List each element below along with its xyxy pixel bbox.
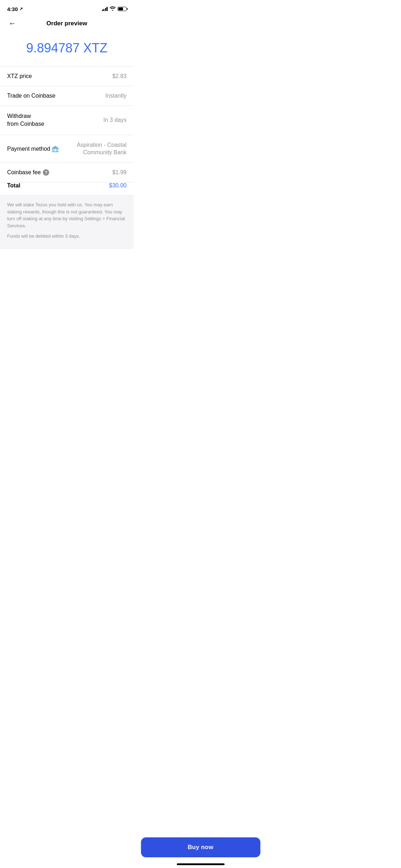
payment-value: Aspiration - Coastal Community Bank — [51, 141, 127, 156]
withdraw-label: Withdrawfrom Coinbase — [7, 112, 44, 128]
bank-name: Aspiration - Coastal Community Bank — [62, 141, 127, 156]
xtz-price-label: XTZ price — [7, 73, 32, 79]
fee-label: Coinbase fee ? — [7, 169, 49, 176]
location-icon: ↗ — [19, 6, 23, 11]
back-button[interactable]: ← — [7, 17, 18, 30]
signal-icon — [102, 7, 108, 11]
total-label: Total — [7, 182, 20, 189]
withdraw-value: In 3 days — [103, 117, 127, 123]
svg-rect-4 — [57, 149, 58, 151]
fee-value: $1.99 — [112, 169, 127, 176]
svg-rect-1 — [52, 149, 53, 151]
withdraw-row: Withdrawfrom Coinbase In 3 days — [0, 106, 134, 135]
disclaimer-funds: Funds will be debited within 3 days. — [7, 233, 127, 240]
xtz-price-row: XTZ price $2.83 — [0, 67, 134, 86]
total-value: $30.00 — [109, 182, 127, 189]
svg-rect-5 — [52, 151, 59, 152]
trade-value: Instantly — [105, 93, 127, 99]
help-icon[interactable]: ? — [43, 169, 49, 176]
xtz-price-value: $2.83 — [112, 73, 127, 79]
page-title: Order preview — [46, 20, 87, 27]
trade-row: Trade on Coinbase Instantly — [0, 86, 134, 106]
payment-method-row: Payment method Aspiration - Coastal Comm… — [0, 135, 134, 163]
fee-section: Coinbase fee ? $1.99 — [0, 163, 134, 182]
disclaimer-staking: We will stake Tezos you hold with us. Yo… — [7, 201, 127, 229]
disclaimer-section: We will stake Tezos you hold with us. Yo… — [0, 196, 134, 249]
status-icons — [102, 6, 127, 12]
total-row: Total $30.00 — [0, 182, 134, 195]
svg-rect-0 — [52, 148, 59, 149]
battery-icon — [118, 7, 127, 11]
svg-marker-6 — [52, 146, 59, 148]
status-bar: 4:30 ↗ — [0, 0, 134, 16]
status-time: 4:30 ↗ — [7, 6, 23, 12]
trade-label: Trade on Coinbase — [7, 93, 56, 99]
svg-rect-3 — [56, 149, 57, 151]
wifi-icon — [110, 6, 115, 12]
nav-header: ← Order preview — [0, 16, 134, 30]
svg-rect-2 — [54, 149, 55, 151]
fee-row: Coinbase fee ? $1.99 — [7, 169, 127, 176]
bank-icon — [51, 145, 60, 153]
crypto-amount: 9.894787 XTZ — [7, 41, 127, 56]
amount-section: 9.894787 XTZ — [0, 30, 134, 66]
payment-label: Payment method — [7, 146, 50, 152]
